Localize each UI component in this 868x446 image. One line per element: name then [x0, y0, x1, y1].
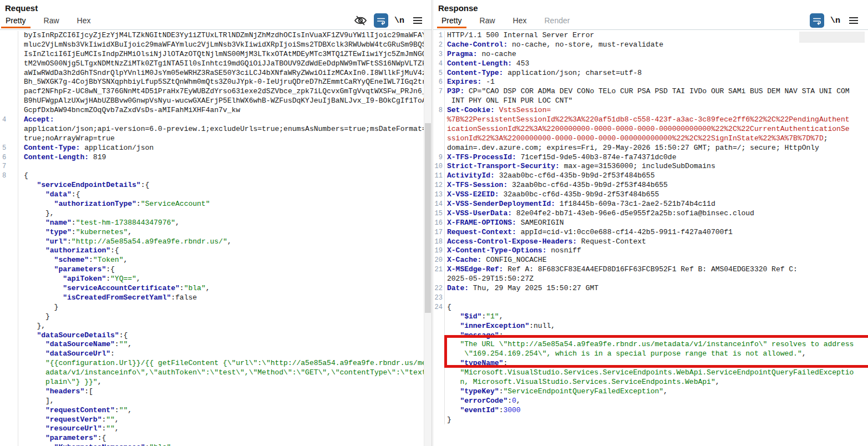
- line-number: 8: [0, 171, 18, 181]
- request-scrollbar-thumb[interactable]: [425, 123, 431, 313]
- tab-response-raw[interactable]: Raw: [478, 16, 498, 28]
- code-line: aWIwRWdDa3h2dGhTSndrQlpYVnliM0JsYm05eWRH…: [0, 69, 432, 78]
- menu-icon[interactable]: [410, 13, 425, 28]
- code-line: "dataSourceUrl":: [0, 349, 432, 359]
- tab-request-raw[interactable]: Raw: [42, 16, 62, 28]
- request-scrollbar[interactable]: [424, 30, 432, 446]
- code-line: plain\"} }}",: [0, 378, 432, 387]
- line-number: [0, 219, 18, 228]
- line-number: 12: [433, 181, 445, 190]
- line-number: 15: [433, 209, 445, 219]
- line-number: 5: [433, 69, 445, 78]
- code-line: "KubernetesNamespace":"bla": [0, 443, 432, 446]
- wrap-lines-icon[interactable]: [810, 13, 824, 28]
- code-line: "eventId":3000: [433, 406, 868, 415]
- line-number: 22: [433, 284, 445, 293]
- code-line: "Microsoft.VisualStudio.Services.Service…: [433, 368, 868, 378]
- eye-off-icon[interactable]: [353, 13, 368, 28]
- line-number: 7: [0, 162, 18, 171]
- tab-request-hex[interactable]: Hex: [75, 16, 93, 28]
- newline-icon[interactable]: \n: [394, 16, 404, 26]
- line-number: [0, 387, 18, 397]
- code-line: \"169.254.169.254\", which is in a speci…: [433, 349, 868, 359]
- line-number: [433, 134, 445, 144]
- code-line: 23: [433, 293, 868, 303]
- line-number: [433, 359, 445, 368]
- code-line: 17Request-Context: appId=cid-v1:0cc0e688…: [433, 228, 868, 237]
- line-number: [0, 293, 18, 303]
- code-line: 4Content-Length: 453: [433, 59, 868, 69]
- request-editor[interactable]: byIsInRpZCI6IjcyZjEzYjM4LTZkNGItNDE3Yy1i…: [0, 30, 432, 446]
- line-number: [0, 284, 18, 293]
- code-line: ],: [0, 397, 432, 406]
- line-number: 6: [0, 153, 18, 163]
- code-line: mluc2VjLmNsb3VkIiwidXBuIjoic29maWFAYmluc…: [0, 40, 432, 50]
- request-header: Request Pretty Raw Hex: [0, 0, 432, 30]
- code-line: "apiToken":"YQ==",: [0, 275, 432, 284]
- code-line: "requestContent":"",: [0, 406, 432, 415]
- line-number: [433, 125, 445, 134]
- newline-icon[interactable]: \n: [830, 16, 840, 26]
- code-line: tM2VmOS00Njg5LTgxNDMtNzZiMTk0ZTg1NTA5Il0…: [0, 59, 432, 69]
- line-number: 14: [433, 200, 445, 209]
- code-line: }: [0, 312, 432, 322]
- code-line: 6Content-Length: 819: [0, 153, 432, 163]
- line-number: [433, 406, 445, 415]
- line-number: 19: [433, 246, 445, 256]
- line-number: 16: [433, 219, 445, 228]
- response-tabs: Pretty Raw Hex Render: [439, 16, 585, 29]
- code-line: IsInZlciI6IjEuMCIsIndpZHMiOlsiNjJlOTAzOT…: [0, 50, 432, 59]
- line-number: [0, 125, 18, 134]
- line-number: [433, 312, 445, 322]
- tab-response-render: Render: [542, 16, 572, 28]
- code-line: "typeName":: [433, 359, 868, 368]
- line-number: [0, 40, 18, 50]
- line-number: [0, 228, 18, 237]
- line-number: 21: [433, 265, 445, 275]
- line-number: [0, 359, 18, 368]
- code-line: "{{configuration.Url}}/{{ getFileContent…: [0, 359, 432, 368]
- response-header: Response Pretty Raw Hex Render \n: [433, 0, 868, 30]
- line-number: [433, 397, 445, 406]
- code-line: "$id":"1",: [433, 312, 868, 322]
- code-line: Bh_5WXGK7g-4CojBbYSNXqphbiyLfup5SZtQnWhm…: [0, 78, 432, 87]
- code-line: 19X-Content-Type-Options: nosniff: [433, 246, 868, 256]
- code-line: 5Content-Type: application/json: [0, 144, 432, 153]
- line-number: 1: [433, 31, 445, 40]
- line-number: [0, 415, 18, 425]
- code-line: "parameters":{: [0, 434, 432, 443]
- code-line: "message":: [433, 331, 868, 341]
- line-number: [0, 303, 18, 312]
- line-number: [0, 209, 18, 219]
- line-number: [0, 443, 18, 446]
- line-number: [433, 97, 445, 106]
- line-number: 3: [433, 50, 445, 59]
- tab-response-hex[interactable]: Hex: [511, 16, 529, 28]
- code-line: "data":{: [0, 190, 432, 200]
- line-number: 18: [433, 237, 445, 247]
- code-line: 8{: [0, 171, 432, 181]
- line-number: [433, 322, 445, 331]
- line-number: [0, 331, 18, 341]
- response-editor[interactable]: 1HTTP/1.1 500 Internal Server Error2Cach…: [433, 30, 868, 446]
- menu-icon[interactable]: [846, 13, 861, 28]
- code-line: 20X-Cache: CONFIG_NOCACHE: [433, 256, 868, 265]
- code-line: 7: [0, 162, 432, 171]
- tab-request-pretty[interactable]: Pretty: [3, 16, 28, 28]
- line-number: [0, 69, 18, 78]
- code-line: "serviceEndpointDetails":{: [0, 181, 432, 190]
- line-number: 11: [433, 171, 445, 181]
- line-number: [433, 415, 445, 425]
- line-number: 13: [433, 190, 445, 200]
- code-line: 18Access-Control-Expose-Headers: Request…: [433, 237, 868, 247]
- code-line: "requestVerb":"",: [0, 415, 432, 425]
- response-code-rows: 1HTTP/1.1 500 Internal Server Error2Cach…: [433, 31, 868, 424]
- line-number: [433, 378, 445, 387]
- tab-response-pretty[interactable]: Pretty: [439, 16, 464, 28]
- line-number: [0, 190, 18, 200]
- code-line: 24{: [433, 303, 868, 312]
- line-number: [0, 78, 18, 87]
- line-number: [0, 106, 18, 115]
- code-line: ssionId%22%3A%2200000000-0000-0000-0000-…: [433, 134, 868, 144]
- wrap-lines-icon[interactable]: [374, 13, 388, 28]
